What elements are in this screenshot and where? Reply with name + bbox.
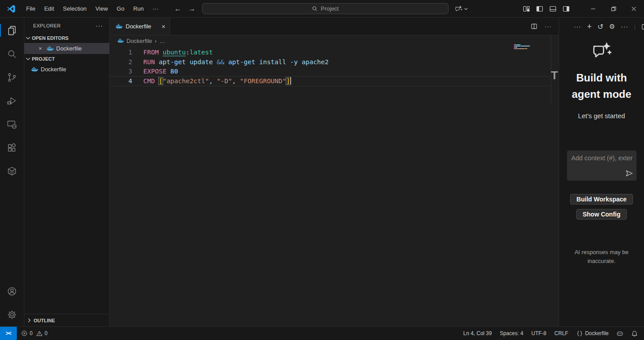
editor-group: Dockerfile × ··· Dockerfile › … T 1FROM … <box>110 18 559 326</box>
show-config-button[interactable]: Show Config <box>576 209 627 220</box>
search-icon <box>312 6 318 12</box>
activity-remote-explorer[interactable] <box>0 112 24 136</box>
explorer-more-actions[interactable]: ··· <box>96 22 103 29</box>
docker-file-icon <box>46 46 54 51</box>
file-label: Dockerfile <box>41 66 66 73</box>
tab-bar: Dockerfile × ··· <box>110 18 559 35</box>
forward-arrow-icon[interactable]: → <box>188 5 196 13</box>
line-number: 3 <box>110 67 132 77</box>
tab-dockerfile[interactable]: Dockerfile × <box>110 18 170 35</box>
token-keyword: FROM <box>143 49 163 56</box>
tab-close-icon[interactable]: × <box>161 23 165 30</box>
menu-edit[interactable]: Edit <box>40 3 58 15</box>
menu-more[interactable]: ··· <box>148 3 163 15</box>
token-keyword: EXPOSE <box>143 68 170 75</box>
close-editor-icon[interactable]: × <box>37 45 44 52</box>
open-chat-editor-icon[interactable] <box>641 23 644 30</box>
customize-layout-icon[interactable] <box>523 5 530 12</box>
remote-icon: >< <box>6 330 11 336</box>
section-open-editors[interactable]: OPEN EDITORS <box>24 33 109 43</box>
title-bar: FileEditSelectionViewGoRun ··· ← → Proje… <box>0 0 644 18</box>
close-button[interactable] <box>624 0 644 18</box>
activity-run-debug[interactable] <box>0 89 24 112</box>
copilot-sparkle-chat-icon <box>591 41 612 62</box>
line-content: FROM ubuntu:latest <box>132 48 213 58</box>
remote-indicator[interactable]: >< <box>0 327 17 340</box>
status-utf-8[interactable]: UTF-8 <box>531 330 546 336</box>
text-cursor <box>291 77 291 85</box>
gear-icon <box>7 309 17 320</box>
menu-selection[interactable]: Selection <box>58 3 91 15</box>
toggle-panel-icon[interactable] <box>549 5 556 12</box>
new-chat-icon[interactable]: + <box>587 22 592 31</box>
build-workspace-button[interactable]: Build Workspace <box>570 194 632 205</box>
tab-label: Dockerfile <box>126 23 158 30</box>
chevron-right-icon <box>27 318 32 323</box>
token-variable: apt-get install -y apache2 <box>228 58 329 66</box>
token-type: latest <box>190 49 213 56</box>
editor-more-actions-icon[interactable]: ··· <box>544 23 552 30</box>
menu-go[interactable]: Go <box>112 3 129 15</box>
status-crlf[interactable]: CRLF <box>554 330 568 336</box>
chat-welcome: Build withagent mode Let's get started A… <box>559 35 644 266</box>
chat-overflow-icon[interactable]: ··· <box>621 23 629 30</box>
status-copilot[interactable] <box>617 330 623 337</box>
activity-source-control[interactable] <box>0 66 24 89</box>
menu-run[interactable]: Run <box>129 3 148 15</box>
account-icon <box>7 286 17 297</box>
error-count: 0 <box>30 330 33 336</box>
breadcrumb-more[interactable]: … <box>159 38 165 44</box>
activity-extensions[interactable] <box>0 136 24 159</box>
chat-input-placeholder: Add context (#), exter <box>571 155 633 162</box>
activity-settings[interactable] <box>0 303 24 326</box>
activity-docker[interactable] <box>0 159 24 183</box>
activity-explorer[interactable] <box>0 19 24 42</box>
code-line-2[interactable]: 2RUN apt-get update && apt-get install -… <box>110 58 559 67</box>
chat-welcome-subtitle: Let's get started <box>578 112 625 120</box>
welcome-title-line: Build with <box>572 70 632 86</box>
chat-settings-gear-icon[interactable]: ⚙ <box>609 23 615 31</box>
toggle-secondary-sidebar-icon[interactable] <box>563 5 570 12</box>
open-editor-item[interactable]: ×Dockerfile <box>24 43 109 54</box>
status-ln-4-col-39[interactable]: Ln 4, Col 39 <box>463 330 492 336</box>
code-line-1[interactable]: 1FROM ubuntu:latest <box>110 48 559 58</box>
token-string: "FOREGROUND" <box>240 77 286 85</box>
project-file-item[interactable]: Dockerfile <box>24 64 109 75</box>
status-bell[interactable] <box>631 330 638 337</box>
problems-status[interactable]: 0 0 <box>21 330 47 336</box>
breadcrumb-file[interactable]: Dockerfile <box>126 38 152 44</box>
menu-file[interactable]: File <box>22 3 40 15</box>
section-project[interactable]: PROJECT <box>24 54 109 64</box>
split-editor-icon[interactable] <box>531 23 537 30</box>
extensions-icon <box>7 143 17 153</box>
titlebar-copilot-menu[interactable] <box>455 0 468 18</box>
activity-search[interactable] <box>0 42 24 66</box>
docker-file-icon <box>117 39 124 43</box>
token-string: "-D" <box>217 77 232 85</box>
code-line-3[interactable]: 3EXPOSE 80 <box>110 67 559 77</box>
chat-history-icon[interactable]: ↺ <box>598 23 603 31</box>
copilot-icon <box>617 330 623 337</box>
section-outline[interactable]: OUTLINE <box>24 314 109 326</box>
code-line-4[interactable]: 4CMD ["apache2ctl", "-D", "FOREGROUND"] <box>110 77 559 86</box>
chat-input[interactable]: Add context (#), exter <box>567 151 636 181</box>
braces-icon <box>576 330 583 337</box>
menu-view[interactable]: View <box>91 3 112 15</box>
explorer-sidebar: EXPLORER ··· OPEN EDITORS ×Dockerfile PR… <box>24 18 110 326</box>
open-editors-label: OPEN EDITORS <box>32 35 69 41</box>
breadcrumb[interactable]: Dockerfile › … <box>110 35 559 46</box>
toggle-primary-sidebar-icon[interactable] <box>536 5 543 12</box>
chevron-down-icon <box>26 36 31 41</box>
token-string: "apache2ctl" <box>163 77 209 85</box>
back-arrow-icon[interactable]: ← <box>174 5 181 13</box>
status-spaces-4[interactable]: Spaces: 4 <box>500 330 523 336</box>
sidebar-title: EXPLORER <box>33 23 96 28</box>
minimize-button[interactable] <box>583 0 603 18</box>
send-icon[interactable] <box>625 169 633 178</box>
code-editor[interactable]: T 1FROM ubuntu:latest2RUN apt-get update… <box>110 46 559 326</box>
command-center-search[interactable]: Project <box>202 3 448 14</box>
chat-more-icon[interactable]: ··· <box>574 23 581 30</box>
activity-accounts[interactable] <box>0 279 24 303</box>
restore-button[interactable] <box>603 0 624 18</box>
status-dockerfile[interactable]: Dockerfile <box>576 330 609 337</box>
